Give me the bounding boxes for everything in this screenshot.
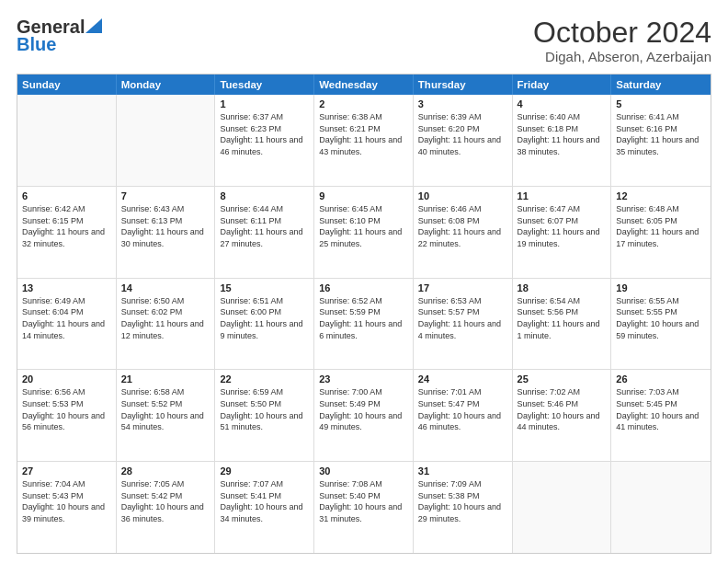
day-number: 8 — [220, 190, 309, 201]
calendar-cell-r0c2: 1Sunrise: 6:37 AM Sunset: 6:23 PM Daylig… — [215, 95, 314, 186]
day-info: Sunrise: 6:54 AM Sunset: 5:56 PM Dayligh… — [518, 295, 607, 341]
title-block: October 2024 Digah, Abseron, Azerbaijan — [533, 17, 711, 64]
day-info: Sunrise: 6:58 AM Sunset: 5:52 PM Dayligh… — [121, 386, 210, 432]
day-info: Sunrise: 6:59 AM Sunset: 5:50 PM Dayligh… — [220, 386, 309, 432]
day-number: 3 — [418, 98, 507, 109]
day-info: Sunrise: 6:53 AM Sunset: 5:57 PM Dayligh… — [418, 295, 507, 341]
day-number: 1 — [220, 98, 309, 109]
calendar-body: 1Sunrise: 6:37 AM Sunset: 6:23 PM Daylig… — [17, 95, 711, 553]
calendar-cell-r4c6 — [611, 462, 711, 553]
calendar-cell-r0c4: 3Sunrise: 6:39 AM Sunset: 6:20 PM Daylig… — [414, 95, 513, 186]
day-number: 30 — [319, 465, 408, 477]
day-number: 21 — [121, 373, 210, 385]
page-subtitle: Digah, Abseron, Azerbaijan — [533, 49, 711, 64]
day-info: Sunrise: 6:39 AM Sunset: 6:20 PM Dayligh… — [418, 111, 507, 157]
calendar-cell-r1c5: 11Sunrise: 6:47 AM Sunset: 6:07 PM Dayli… — [513, 187, 612, 278]
calendar-cell-r3c2: 22Sunrise: 6:59 AM Sunset: 5:50 PM Dayli… — [215, 370, 314, 461]
day-number: 27 — [22, 465, 111, 477]
page: General Blue October 2024 Digah, Abseron… — [0, 0, 728, 563]
day-info: Sunrise: 6:50 AM Sunset: 6:02 PM Dayligh… — [121, 295, 210, 341]
calendar-cell-r3c1: 21Sunrise: 6:58 AM Sunset: 5:52 PM Dayli… — [117, 370, 216, 461]
calendar-cell-r1c3: 9Sunrise: 6:45 AM Sunset: 6:10 PM Daylig… — [314, 187, 414, 278]
weekday-header-tuesday: Tuesday — [215, 75, 314, 95]
day-number: 16 — [319, 282, 408, 293]
day-number: 22 — [220, 373, 309, 385]
calendar-cell-r2c5: 18Sunrise: 6:54 AM Sunset: 5:56 PM Dayli… — [513, 279, 612, 370]
day-info: Sunrise: 6:49 AM Sunset: 6:04 PM Dayligh… — [22, 295, 111, 341]
day-info: Sunrise: 6:40 AM Sunset: 6:18 PM Dayligh… — [518, 111, 607, 157]
day-number: 2 — [319, 98, 408, 109]
day-number: 19 — [616, 282, 706, 293]
weekday-header-saturday: Saturday — [611, 75, 711, 95]
day-info: Sunrise: 6:56 AM Sunset: 5:53 PM Dayligh… — [22, 386, 111, 432]
day-info: Sunrise: 7:00 AM Sunset: 5:49 PM Dayligh… — [319, 386, 408, 432]
day-info: Sunrise: 6:45 AM Sunset: 6:10 PM Dayligh… — [319, 203, 408, 249]
day-info: Sunrise: 6:44 AM Sunset: 6:11 PM Dayligh… — [220, 203, 309, 249]
day-info: Sunrise: 6:52 AM Sunset: 5:59 PM Dayligh… — [319, 295, 408, 341]
day-number: 31 — [418, 465, 507, 477]
calendar-cell-r0c0 — [17, 95, 117, 186]
calendar-cell-r3c6: 26Sunrise: 7:03 AM Sunset: 5:45 PM Dayli… — [611, 370, 711, 461]
calendar-cell-r0c6: 5Sunrise: 6:41 AM Sunset: 6:16 PM Daylig… — [611, 95, 711, 186]
calendar-cell-r4c5 — [513, 462, 612, 553]
day-info: Sunrise: 7:01 AM Sunset: 5:47 PM Dayligh… — [418, 386, 507, 432]
calendar-row-2: 13Sunrise: 6:49 AM Sunset: 6:04 PM Dayli… — [17, 279, 711, 371]
day-info: Sunrise: 6:46 AM Sunset: 6:08 PM Dayligh… — [418, 203, 507, 249]
day-info: Sunrise: 6:38 AM Sunset: 6:21 PM Dayligh… — [319, 111, 408, 157]
svg-marker-0 — [85, 18, 102, 33]
day-number: 14 — [121, 282, 210, 293]
day-number: 5 — [616, 98, 706, 109]
calendar-cell-r4c4: 31Sunrise: 7:09 AM Sunset: 5:38 PM Dayli… — [414, 462, 513, 553]
logo-icon — [85, 18, 102, 33]
day-number: 20 — [22, 373, 111, 385]
day-number: 18 — [518, 282, 607, 293]
header: General Blue October 2024 Digah, Abseron… — [17, 17, 711, 64]
day-info: Sunrise: 7:08 AM Sunset: 5:40 PM Dayligh… — [319, 478, 408, 524]
weekday-header-friday: Friday — [513, 75, 612, 95]
calendar-cell-r4c1: 28Sunrise: 7:05 AM Sunset: 5:42 PM Dayli… — [117, 462, 216, 553]
day-info: Sunrise: 7:03 AM Sunset: 5:45 PM Dayligh… — [616, 386, 706, 432]
calendar-cell-r1c6: 12Sunrise: 6:48 AM Sunset: 6:05 PM Dayli… — [611, 187, 711, 278]
day-number: 28 — [121, 465, 210, 477]
day-info: Sunrise: 6:48 AM Sunset: 6:05 PM Dayligh… — [616, 203, 706, 249]
calendar-cell-r2c6: 19Sunrise: 6:55 AM Sunset: 5:55 PM Dayli… — [611, 279, 711, 370]
day-number: 10 — [418, 190, 507, 201]
calendar-cell-r0c5: 4Sunrise: 6:40 AM Sunset: 6:18 PM Daylig… — [513, 95, 612, 186]
day-info: Sunrise: 7:09 AM Sunset: 5:38 PM Dayligh… — [418, 478, 507, 524]
day-number: 13 — [22, 282, 111, 293]
calendar-cell-r2c2: 15Sunrise: 6:51 AM Sunset: 6:00 PM Dayli… — [215, 279, 314, 370]
calendar-cell-r2c0: 13Sunrise: 6:49 AM Sunset: 6:04 PM Dayli… — [17, 279, 117, 370]
day-number: 24 — [418, 373, 507, 385]
calendar-cell-r1c0: 6Sunrise: 6:42 AM Sunset: 6:15 PM Daylig… — [17, 187, 117, 278]
calendar-cell-r4c0: 27Sunrise: 7:04 AM Sunset: 5:43 PM Dayli… — [17, 462, 117, 553]
calendar-cell-r2c1: 14Sunrise: 6:50 AM Sunset: 6:02 PM Dayli… — [117, 279, 216, 370]
day-number: 26 — [616, 373, 706, 385]
calendar-cell-r3c0: 20Sunrise: 6:56 AM Sunset: 5:53 PM Dayli… — [17, 370, 117, 461]
weekday-header-wednesday: Wednesday — [314, 75, 414, 95]
logo-blue: Blue — [17, 34, 56, 55]
calendar-header: SundayMondayTuesdayWednesdayThursdayFrid… — [17, 75, 711, 95]
day-number: 15 — [220, 282, 309, 293]
calendar-row-0: 1Sunrise: 6:37 AM Sunset: 6:23 PM Daylig… — [17, 95, 711, 187]
day-info: Sunrise: 6:47 AM Sunset: 6:07 PM Dayligh… — [518, 203, 607, 249]
calendar-cell-r3c3: 23Sunrise: 7:00 AM Sunset: 5:49 PM Dayli… — [314, 370, 414, 461]
calendar-cell-r3c5: 25Sunrise: 7:02 AM Sunset: 5:46 PM Dayli… — [513, 370, 612, 461]
weekday-header-thursday: Thursday — [414, 75, 513, 95]
calendar-cell-r1c2: 8Sunrise: 6:44 AM Sunset: 6:11 PM Daylig… — [215, 187, 314, 278]
day-info: Sunrise: 6:37 AM Sunset: 6:23 PM Dayligh… — [220, 111, 309, 157]
day-info: Sunrise: 7:05 AM Sunset: 5:42 PM Dayligh… — [121, 478, 210, 524]
logo: General Blue — [17, 17, 102, 55]
day-number: 6 — [22, 190, 111, 201]
day-number: 12 — [616, 190, 706, 201]
day-info: Sunrise: 6:51 AM Sunset: 6:00 PM Dayligh… — [220, 295, 309, 341]
weekday-header-monday: Monday — [117, 75, 216, 95]
day-info: Sunrise: 7:02 AM Sunset: 5:46 PM Dayligh… — [518, 386, 607, 432]
calendar-cell-r2c3: 16Sunrise: 6:52 AM Sunset: 5:59 PM Dayli… — [314, 279, 414, 370]
day-number: 7 — [121, 190, 210, 201]
calendar-row-4: 27Sunrise: 7:04 AM Sunset: 5:43 PM Dayli… — [17, 462, 711, 553]
day-number: 4 — [518, 98, 607, 109]
calendar-cell-r1c4: 10Sunrise: 6:46 AM Sunset: 6:08 PM Dayli… — [414, 187, 513, 278]
calendar-cell-r4c2: 29Sunrise: 7:07 AM Sunset: 5:41 PM Dayli… — [215, 462, 314, 553]
calendar-row-1: 6Sunrise: 6:42 AM Sunset: 6:15 PM Daylig… — [17, 187, 711, 279]
calendar: SundayMondayTuesdayWednesdayThursdayFrid… — [17, 74, 711, 554]
